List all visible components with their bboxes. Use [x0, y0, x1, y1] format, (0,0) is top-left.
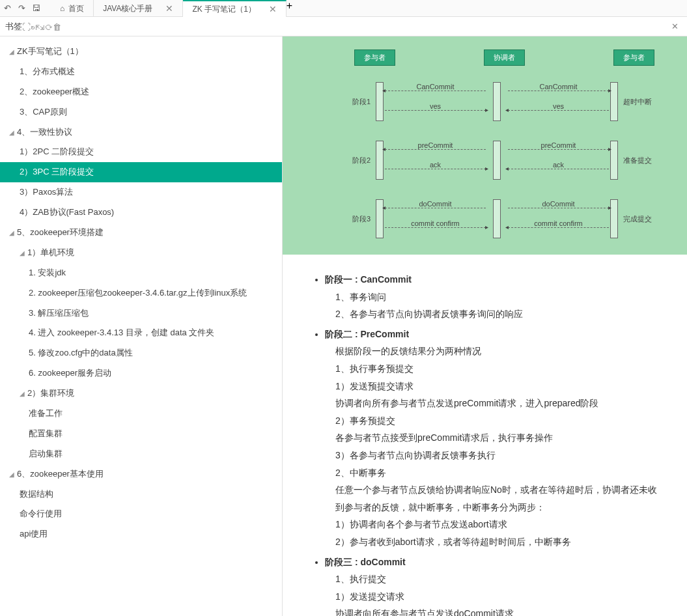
- tree-item-label: 2、zookeeper概述: [20, 87, 89, 96]
- tree-item-label: ZK手写笔记（1）: [17, 46, 83, 56]
- bookmark-tool-2-icon[interactable]: ⇱: [35, 22, 40, 32]
- caret-icon: ◢: [20, 389, 26, 398]
- tree-item-21[interactable]: ◢6、zookeeper基本使用: [0, 464, 282, 484]
- content-pane[interactable]: 参与者协调者参与者阶段1CanCommitvesCanCommitves超时中断…: [283, 36, 687, 616]
- bookmark-tool-0-icon[interactable]: ⛶: [22, 22, 31, 32]
- phase-note: 完成提交: [623, 214, 654, 224]
- stage-title: 阶段二 : PreCommit: [325, 326, 664, 343]
- arrow: commit confirm: [508, 219, 609, 228]
- stage-line: 2）参与者收到abort请求，或者等待超时时间后，中断事务: [325, 533, 664, 551]
- stage-1: 阶段二 : PreCommit根据阶段一的反馈结果分为两种情况1、执行事务预提交…: [325, 326, 664, 551]
- stage-line: 1）协调者向各个参与者节点发送abort请求: [325, 516, 664, 533]
- tree-item-label: 命令行使用: [20, 509, 62, 518]
- close-icon[interactable]: ✕: [269, 1, 277, 18]
- caret-icon: ◢: [20, 249, 26, 257]
- tree-item-1[interactable]: 1、分布式概述: [0, 62, 282, 82]
- actor-1: 协调者: [484, 49, 525, 66]
- tree-item-label: 1）单机环境: [27, 247, 74, 257]
- arrow: doCommit: [508, 200, 609, 208]
- tree-item-17[interactable]: ◢2）集群环境: [0, 384, 282, 404]
- tree-item-label: 3）Paxos算法: [20, 187, 73, 197]
- stage-line: 1）发送预提交请求: [325, 378, 664, 395]
- phase-note: 超时中断: [623, 97, 654, 107]
- phase-label: 阶段2: [341, 156, 371, 165]
- caret-icon: ◢: [9, 470, 16, 479]
- stage-intro: 根据阶段一的反馈结果分为两种情况: [325, 343, 664, 360]
- add-tab-icon[interactable]: +: [287, 0, 292, 17]
- stage-line: 2、中断事务: [325, 464, 664, 482]
- phase-2: 阶段3doCommitcommit confirmdoCommitcommit …: [341, 196, 654, 242]
- bookmark-tool-1-icon[interactable]: ↻: [31, 22, 35, 32]
- stage-title: 阶段一 : CanCommit: [325, 271, 664, 288]
- tree-item-19[interactable]: 配置集群: [0, 424, 282, 444]
- phase-label: 阶段1: [341, 97, 371, 107]
- arrow: ves: [508, 102, 609, 111]
- tab-1[interactable]: ZK 手写笔记（1）✕: [183, 0, 286, 17]
- tree-item-23[interactable]: 命令行使用: [0, 504, 282, 524]
- tree-item-22[interactable]: 数据结构: [0, 484, 282, 505]
- stage-line: 协调者向所有参与者节点发送preCommit请求，进入prepared阶段: [325, 395, 664, 412]
- arrow: ack: [385, 161, 486, 169]
- tree-item-10[interactable]: ◢1）单机环境: [0, 243, 282, 263]
- actor-0: 参与者: [354, 49, 395, 66]
- actor-2: 参与者: [613, 49, 654, 66]
- bookmark-tool-5-icon[interactable]: 🗑: [53, 22, 61, 32]
- top-toolbar: ↶ ↷ 🖫 ⌂ 首页 JAVA核心手册✕ZK 手写笔记（1）✕ +: [0, 0, 687, 17]
- close-panel-icon[interactable]: ✕: [667, 21, 682, 31]
- bookmark-tool-3-icon[interactable]: ⇲: [40, 22, 44, 32]
- tree-item-6[interactable]: 2）3PC 三阶段提交: [0, 162, 282, 182]
- tree-item-14[interactable]: 4. 进入 zookeeper-3.4.13 目录，创建 data 文件夹: [0, 323, 282, 343]
- tree-item-5[interactable]: 1）2PC 二阶段提交: [0, 142, 282, 162]
- tree-item-label: 1. 安装jdk: [29, 268, 66, 277]
- tree-item-label: 4）ZAB协议(Fast Paxos): [20, 207, 114, 217]
- tree-item-3[interactable]: 3、CAP原则: [0, 102, 282, 122]
- tab-home[interactable]: ⌂ 首页: [51, 0, 94, 17]
- caret-icon: ◢: [9, 128, 16, 137]
- caret-icon: ◢: [9, 229, 16, 237]
- home-icon: ⌂: [60, 0, 64, 17]
- bookmark-tool-4-icon[interactable]: ⟳: [44, 22, 53, 32]
- tree-item-8[interactable]: 4）ZAB协议(Fast Paxos): [0, 203, 282, 223]
- caret-icon: ◢: [9, 48, 16, 56]
- arrow: doCommit: [385, 200, 486, 208]
- undo-icon[interactable]: ↶: [0, 3, 14, 13]
- lifeline-box: [493, 82, 501, 121]
- tree-item-12[interactable]: 2. zookeeper压缩包zookeeper-3.4.6.tar.gz上传到…: [0, 283, 282, 303]
- tree-item-2[interactable]: 2、zookeeper概述: [0, 82, 282, 102]
- tree-item-15[interactable]: 5. 修改zoo.cfg中的data属性: [0, 343, 282, 363]
- tree-item-label: 配置集群: [29, 428, 63, 438]
- arrow: CanCommit: [385, 83, 486, 91]
- stage-line: 1、执行提交: [325, 570, 664, 588]
- stage-2: 阶段三 : doCommit1、执行提交1）发送提交请求协调者向所有参与者节点发…: [325, 553, 664, 617]
- bookmark-label: 书签: [5, 21, 22, 33]
- bookmark-toolbar: 书签 ⛶↻⇱⇲⟳🗑 ✕: [0, 17, 687, 36]
- tree-item-13[interactable]: 3. 解压缩压缩包: [0, 303, 282, 324]
- tree-item-20[interactable]: 启动集群: [0, 444, 282, 464]
- tab-home-label: 首页: [68, 0, 84, 17]
- phase-0: 阶段1CanCommitvesCanCommitves超时中断: [341, 79, 654, 124]
- stage-line: 2）事务预提交: [325, 412, 664, 430]
- save-icon[interactable]: 🖫: [29, 3, 43, 13]
- tab-0[interactable]: JAVA核心手册✕: [94, 0, 183, 17]
- tree-item-label: 启动集群: [29, 449, 63, 458]
- tree-item-0[interactable]: ◢ZK手写笔记（1）: [0, 42, 282, 62]
- phase-1: 阶段2preCommitackpreCommitack准备提交: [341, 137, 654, 183]
- arrow: commit confirm: [385, 219, 486, 228]
- outline-sidebar[interactable]: ◢ZK手写笔记（1）1、分布式概述2、zookeeper概述3、CAP原则◢4、…: [0, 36, 283, 616]
- close-icon[interactable]: ✕: [165, 0, 173, 17]
- tab-label: ZK 手写笔记（1）: [192, 1, 255, 18]
- tree-item-label: 2. zookeeper压缩包zookeeper-3.4.6.tar.gz上传到…: [29, 288, 247, 298]
- tab-label: JAVA核心手册: [103, 0, 152, 17]
- tree-item-16[interactable]: 6. zookeeper服务启动: [0, 363, 282, 384]
- redo-icon[interactable]: ↷: [14, 3, 29, 13]
- tree-item-4[interactable]: ◢4、一致性协议: [0, 122, 282, 143]
- stage-line: 3）各参与者节点向协调者反馈事务执行: [325, 447, 664, 464]
- tree-item-label: 2）集群环境: [27, 388, 74, 398]
- tree-item-24[interactable]: api使用: [0, 524, 282, 544]
- tree-item-18[interactable]: 准备工作: [0, 404, 282, 424]
- stage-line: 1、事务询问: [325, 288, 664, 306]
- tree-item-11[interactable]: 1. 安装jdk: [0, 263, 282, 283]
- tree-item-label: 6、zookeeper基本使用: [17, 469, 104, 479]
- tree-item-7[interactable]: 3）Paxos算法: [0, 182, 282, 203]
- tree-item-9[interactable]: ◢5、zookeeper环境搭建: [0, 223, 282, 243]
